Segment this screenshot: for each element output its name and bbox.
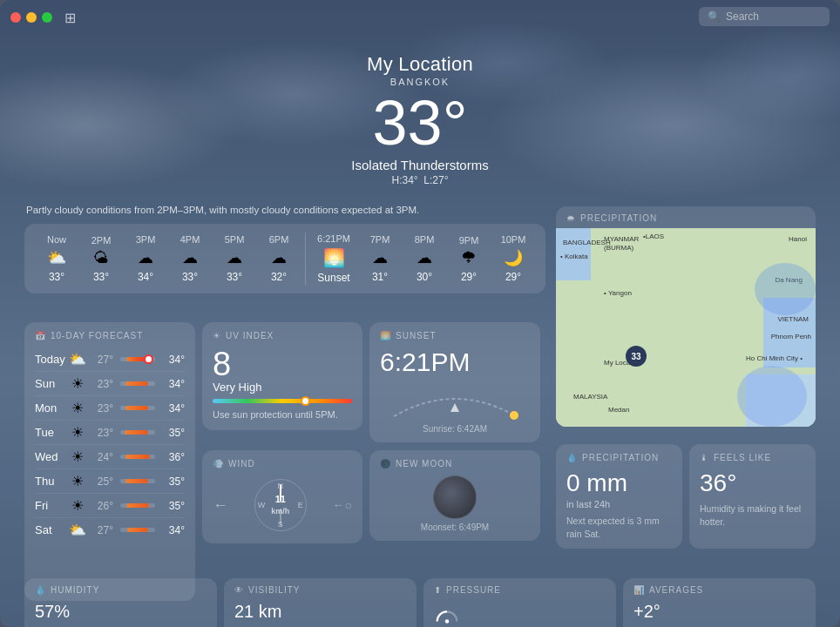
hourly-icon-now: ⛅ [47, 248, 66, 267]
forecast-day: Today [35, 353, 64, 366]
compass-w: W [258, 501, 266, 509]
hourly-label-now: Now [47, 234, 66, 245]
map-label-medan: Medan [608, 406, 629, 414]
pressure-title: ⬆ PRESSURE [434, 585, 606, 595]
forecast-row: Sat ⛅ 27° 34° [35, 518, 185, 542]
averages-value: +2° [633, 602, 805, 622]
forecast-low: 27° [91, 354, 113, 366]
uv-title: ☀ UV INDEX [213, 331, 352, 340]
map-label-kolkata: • Kolkata [560, 253, 588, 260]
right-info-row1: 💧 PRECIPITATION 0 mm in last 24h Next ex… [556, 444, 816, 549]
search-icon: 🔍 [708, 10, 721, 23]
maximize-button[interactable] [42, 12, 52, 23]
hourly-divider [305, 233, 306, 285]
forecast-icon: ☀ [68, 424, 87, 441]
forecast-section: 📅 10-DAY FORECAST Today ⛅ 27° 34° Sun ☀ … [24, 322, 195, 601]
sunset-title: 🌅 SUNSET [380, 331, 530, 340]
moonset-label: Moonset: 6:49PM [380, 522, 530, 532]
sunset-card-icon: 🌅 [380, 331, 391, 340]
forecast-title: 📅 10-DAY FORECAST [35, 331, 185, 340]
moon-image [433, 475, 477, 519]
hero-temperature: 33° [373, 91, 468, 157]
averages-card: 📊 AVERAGES +2° [623, 578, 816, 627]
chart-icon: 📊 [633, 585, 645, 595]
hourly-item-7pm: 7PM ☁ 31° [360, 234, 400, 283]
forecast-row: Sun ☀ 23° 34° [35, 372, 185, 396]
forecast-low: 23° [91, 402, 113, 415]
hourly-item-6pm: 6PM ☁ 32° [259, 234, 299, 283]
wind-title: 💨 WIND [213, 459, 352, 469]
search-bar[interactable]: 🔍 Search [699, 7, 830, 26]
map-label-vietnam: VIETNAM [777, 315, 809, 323]
forecast-day: Thu [35, 475, 64, 488]
precip-sublabel: in last 24h [566, 499, 672, 509]
humidity-value: 57% [35, 602, 207, 622]
wind-section: 💨 WIND ← N S E W 11 km/h ←○ [202, 450, 362, 543]
hero-section: My Location BANGKOK 33° Isolated Thunder… [0, 35, 840, 205]
sidebar-toggle-icon[interactable]: ⊞ [64, 10, 76, 26]
forecast-high: 35° [162, 500, 185, 512]
averages-title: 📊 AVERAGES [633, 585, 805, 595]
minimize-button[interactable] [26, 12, 37, 23]
humidity-icon: 💧 [35, 585, 46, 595]
thermometer-icon: 🌡 [700, 453, 709, 462]
uv-bar [213, 399, 352, 403]
visibility-card: 👁 VISIBILITY 21 km [224, 578, 417, 627]
hourly-item-9pm: 9PM 🌩 29° [449, 235, 489, 283]
uv-section: ☀ UV INDEX 8 Very High Use sun protectio… [202, 322, 362, 430]
moon-section: 🌑 NEW MOON Moonset: 6:49PM [369, 450, 540, 541]
calendar-icon: 📅 [35, 331, 46, 340]
gauge-icon: ⬆ [434, 585, 442, 595]
hourly-forecast: Now ⛅ 33° 2PM 🌤 33° 3PM ☁ 34° 4PM ☁ 33° … [24, 224, 545, 293]
wind-arrow-left-icon: ← [213, 496, 228, 515]
pressure-value [434, 602, 606, 627]
feels-like-card: 🌡 FEELS LIKE 36° Humidity is making it f… [689, 444, 816, 549]
forecast-row: Thu ☀ 25° 35° [35, 469, 185, 494]
forecast-day: Fri [35, 499, 64, 512]
forecast-high: 34° [162, 378, 185, 390]
uv-label: Very High [213, 381, 352, 394]
precip-info-card: 💧 PRECIPITATION 0 mm in last 24h Next ex… [556, 444, 682, 549]
forecast-day: Tue [35, 426, 64, 439]
humidity-card: 💧 HUMIDITY 57% [24, 578, 217, 627]
precipitation-map-card: 🌧 PRECIPITATION BANGLADESH • Kolkata MYA… [556, 206, 816, 427]
feels-like-value: 36° [700, 469, 805, 497]
hourly-item-8pm: 8PM ☁ 30° [404, 234, 444, 283]
forecast-row: Tue ☀ 23° 35° [35, 421, 185, 445]
compass-needle-up [280, 484, 281, 502]
wind-arrow-right-icon: ←○ [333, 498, 352, 512]
forecast-day: Wed [35, 450, 64, 463]
uv-description: Use sun protection until 5PM. [213, 408, 352, 421]
sun-icon: ☀ [213, 331, 221, 340]
feels-like-note: Humidity is making it feel hotter. [700, 502, 805, 528]
forecast-icon: ☀ [68, 448, 87, 465]
precip-map-image[interactable]: BANGLADESH • Kolkata MYANMAR (BURMA) •LA… [556, 228, 816, 427]
search-placeholder: Search [726, 10, 759, 23]
close-button[interactable] [10, 12, 21, 23]
hourly-item-5pm: 5PM ☁ 33° [214, 234, 254, 283]
uv-bar-indicator [301, 396, 310, 406]
precip-map-header: 🌧 PRECIPITATION [556, 206, 816, 228]
forecast-low: 24° [91, 451, 113, 463]
forecast-high: 34° [162, 402, 185, 415]
moon-icon: 🌑 [380, 459, 391, 469]
wind-icon: 💨 [213, 459, 224, 469]
hero-city: BANGKOK [390, 77, 450, 87]
map-label-malaysia: MALAYSIA [573, 393, 607, 401]
svg-point-2 [445, 619, 450, 624]
map-label-phnompenh: Phnom Penh [771, 333, 811, 340]
svg-marker-1 [450, 403, 459, 412]
forecast-row: Fri ☀ 26° 35° [35, 494, 185, 518]
forecast-high: 35° [162, 427, 185, 439]
forecast-day: Mon [35, 401, 64, 415]
forecast-high: 36° [162, 451, 185, 463]
map-label-yangon: • Yangon [604, 289, 632, 297]
forecast-day: Sun [35, 377, 64, 390]
map-label-laos: •LAOS [643, 233, 664, 240]
forecast-row: Today ⛅ 27° 34° [35, 347, 185, 372]
hourly-item-3pm: 3PM ☁ 34° [125, 234, 166, 283]
precip-info-title: 💧 PRECIPITATION [566, 453, 672, 462]
svg-point-0 [510, 411, 518, 420]
precip-icon: 🌧 [566, 213, 576, 223]
forecast-high: 34° [162, 354, 185, 366]
